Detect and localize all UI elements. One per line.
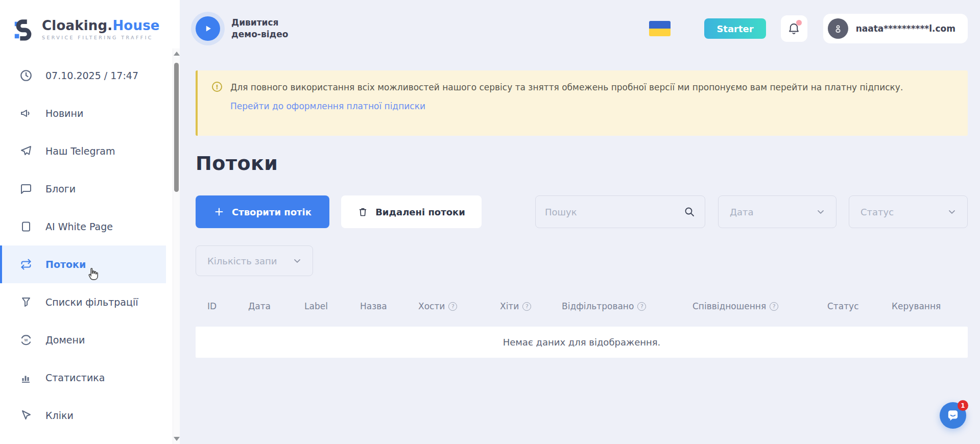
warning-icon: !	[212, 82, 222, 92]
page-title: Потоки	[196, 152, 278, 175]
top-bar: Дивитися демо-відео Starter naata*******…	[180, 0, 980, 57]
domains-icon: w	[19, 333, 33, 347]
sidebar-nav: 07.10.2025 / 17:47 Новини Наш Telegram Б…	[0, 57, 166, 434]
sidebar-item-domains[interactable]: w Домени	[0, 321, 166, 359]
deleted-flows-button[interactable]: Видалені потоки	[341, 195, 482, 228]
column-header-status: Статус	[827, 301, 892, 311]
mouse-hand-cursor-icon	[86, 266, 101, 283]
table-header: ID Дата Label Назва Хости ? Хіти ? Відфі…	[196, 297, 968, 316]
sidebar-item-label: 07.10.2025 / 17:47	[45, 70, 138, 81]
demo-video-label[interactable]: Дивитися демо-відео	[231, 17, 288, 40]
sidebar-item-ai-white-page[interactable]: AI White Page	[0, 208, 166, 245]
sidebar-item-label: Наш Telegram	[45, 145, 115, 157]
plan-badge[interactable]: Starter	[704, 18, 766, 39]
cursor-icon	[19, 409, 33, 422]
plus-icon	[213, 206, 225, 217]
sidebar-item-telegram[interactable]: Наш Telegram	[0, 132, 166, 170]
scrollbar-up-arrow-icon[interactable]	[174, 52, 180, 56]
chat-widget-button[interactable]: 1	[940, 402, 966, 429]
records-count-dropdown[interactable]: Кількість запи	[196, 245, 313, 276]
sidebar-item-label: Статистика	[45, 372, 105, 383]
sidebar-item-label: Кліки	[45, 410, 74, 421]
brand-text: Cloaking.House SERVICE FILTERING TRAFFIC	[42, 18, 160, 40]
date-filter-dropdown[interactable]: Дата	[718, 195, 836, 228]
trial-warning-banner: ! Для повного використання всіх можливос…	[196, 70, 968, 136]
flag-yellow-stripe	[649, 29, 671, 36]
sidebar-item-flows[interactable]: Потоки	[0, 245, 166, 283]
brand-name: Cloaking.House	[42, 18, 160, 33]
sidebar-scrollbar[interactable]	[173, 48, 180, 444]
scrollbar-thumb[interactable]	[174, 63, 179, 192]
user-account-button[interactable]: naata**********l.com	[823, 14, 968, 43]
chat-bubble-icon	[19, 182, 33, 195]
demo-video-play-button[interactable]	[196, 16, 220, 41]
search-box	[535, 195, 705, 228]
chevron-down-icon	[816, 207, 826, 217]
sidebar: Cloaking.House SERVICE FILTERING TRAFFIC…	[0, 0, 180, 444]
bar-chart-icon	[19, 371, 33, 384]
sidebar-item-label: AI White Page	[45, 221, 113, 232]
sidebar-item-statistics[interactable]: Статистика	[0, 359, 166, 397]
flag-blue-stripe	[649, 21, 671, 29]
column-header-label: Label	[304, 301, 360, 311]
column-header-manage: Керування	[892, 301, 968, 311]
column-header-filtered: Відфільтровано ?	[562, 301, 692, 311]
user-icon	[832, 23, 844, 34]
megaphone-icon	[19, 107, 33, 120]
user-email: naata**********l.com	[856, 23, 955, 34]
sync-icon	[19, 258, 33, 271]
chat-unread-badge: 1	[958, 400, 968, 411]
subscribe-link[interactable]: Перейти до оформлення платної підписки	[230, 101, 425, 111]
brand-tagline: SERVICE FILTERING TRAFFIC	[42, 35, 160, 40]
banner-text: Для повного використання всіх можливосте…	[230, 81, 903, 94]
trash-icon	[357, 207, 368, 217]
help-icon[interactable]: ?	[637, 302, 646, 311]
clock-icon	[19, 69, 33, 82]
sidebar-item-label: Блоги	[45, 183, 76, 194]
help-icon[interactable]: ?	[522, 302, 531, 311]
sidebar-item-label: Потоки	[45, 259, 86, 270]
notification-dot	[796, 20, 802, 26]
search-icon[interactable]	[683, 206, 696, 218]
search-input[interactable]	[545, 207, 683, 217]
play-icon	[202, 23, 213, 34]
notifications-button[interactable]	[781, 15, 807, 42]
help-icon[interactable]: ?	[448, 302, 457, 311]
help-icon[interactable]: ?	[770, 302, 778, 311]
sidebar-item-label: Списки фільтрації	[45, 297, 138, 308]
create-flow-button[interactable]: Створити потік	[196, 195, 329, 228]
column-header-hosts: Хости ?	[418, 301, 500, 311]
chevron-down-icon	[947, 207, 957, 217]
sidebar-item-label: Домени	[45, 334, 85, 346]
brand-logo-icon	[12, 17, 36, 41]
page-icon	[19, 220, 33, 233]
flows-table: ID Дата Label Назва Хости ? Хіти ? Відфі…	[196, 297, 968, 358]
chevron-down-icon	[292, 256, 302, 266]
status-filter-dropdown[interactable]: Статус	[849, 195, 968, 228]
sidebar-item-label: Новини	[45, 108, 83, 119]
table-empty-state: Немає даних для відображення.	[196, 327, 968, 358]
avatar	[828, 18, 848, 39]
sidebar-item-blogs[interactable]: Блоги	[0, 170, 166, 208]
column-header-hits: Хіти ?	[500, 301, 562, 311]
column-header-name: Назва	[360, 301, 418, 311]
column-header-ratio: Співвідношення ?	[692, 301, 827, 311]
telegram-icon	[19, 144, 33, 158]
column-header-id: ID	[207, 301, 248, 311]
brand-logo[interactable]: Cloaking.House SERVICE FILTERING TRAFFIC	[0, 0, 180, 47]
sidebar-item-news[interactable]: Новини	[0, 94, 166, 132]
language-flag-ukraine[interactable]	[649, 21, 671, 36]
sidebar-item-filter-lists[interactable]: Списки фільтрації	[0, 283, 166, 321]
chat-widget-icon	[945, 408, 961, 423]
funnel-icon	[19, 295, 33, 309]
sidebar-item-clicks[interactable]: Кліки	[0, 397, 166, 434]
sidebar-item-datetime: 07.10.2025 / 17:47	[0, 57, 166, 94]
column-header-date: Дата	[248, 301, 304, 311]
scrollbar-down-arrow-icon[interactable]	[174, 437, 180, 441]
svg-text:w: w	[24, 337, 28, 342]
